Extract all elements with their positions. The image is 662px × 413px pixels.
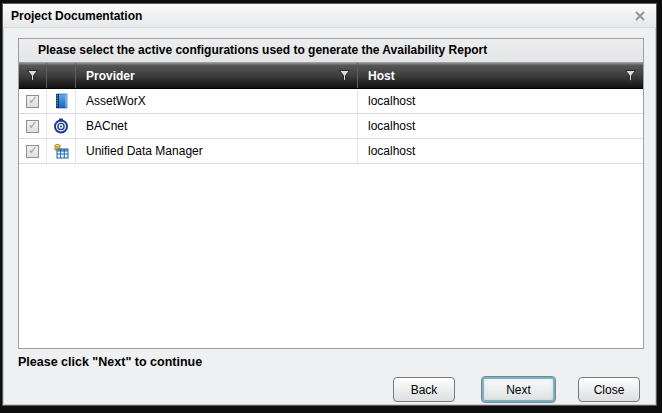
filter-funnel-icon	[339, 70, 350, 81]
row-icon-cell	[47, 114, 76, 138]
row-icon-cell	[47, 139, 76, 163]
provider-column-label: Provider	[86, 69, 135, 83]
host-name: localhost	[358, 139, 643, 163]
close-button[interactable]: Close	[578, 377, 640, 402]
table-row-assetworx[interactable]: AssetWorX localhost	[19, 89, 643, 114]
grid-header-row: Provider Host	[19, 63, 643, 89]
table-row-bacnet[interactable]: BACnet localhost	[19, 114, 643, 139]
provider-name: AssetWorX	[76, 89, 358, 113]
row-checkbox-cell	[19, 139, 47, 163]
panel-header-text: Please select the active configurations …	[19, 39, 643, 63]
row-icon-cell	[47, 89, 76, 113]
checkbox-checked[interactable]	[26, 95, 39, 108]
host-name: localhost	[358, 114, 643, 138]
checkbox-checked[interactable]	[26, 120, 39, 133]
configuration-panel: Please select the active configurations …	[18, 38, 644, 349]
row-checkbox-cell	[19, 114, 47, 138]
assetworx-icon	[53, 93, 69, 109]
back-button[interactable]: Back	[393, 377, 455, 402]
bacnet-icon	[53, 118, 69, 134]
column-header-host[interactable]: Host	[358, 63, 643, 88]
udm-icon	[53, 143, 69, 159]
title-bar[interactable]: Project Documentation	[3, 4, 656, 28]
instruction-text: Please click "Next" to continue	[18, 355, 202, 369]
provider-name: Unified Data Manager	[76, 139, 358, 163]
filter-funnel-icon	[27, 70, 38, 81]
column-header-select[interactable]	[19, 63, 47, 88]
window-title: Project Documentation	[11, 9, 142, 23]
host-name: localhost	[358, 89, 643, 113]
row-checkbox-cell	[19, 89, 47, 113]
provider-name: BACnet	[76, 114, 358, 138]
close-icon[interactable]	[632, 9, 648, 23]
next-button[interactable]: Next	[481, 376, 556, 403]
column-header-provider[interactable]: Provider	[76, 63, 358, 88]
project-documentation-dialog: Project Documentation Please select the …	[2, 3, 657, 406]
table-row-udm[interactable]: Unified Data Manager localhost	[19, 139, 643, 164]
column-header-icon	[47, 63, 76, 88]
host-column-label: Host	[368, 69, 395, 83]
filter-funnel-icon	[625, 70, 636, 81]
checkbox-checked[interactable]	[26, 145, 39, 158]
